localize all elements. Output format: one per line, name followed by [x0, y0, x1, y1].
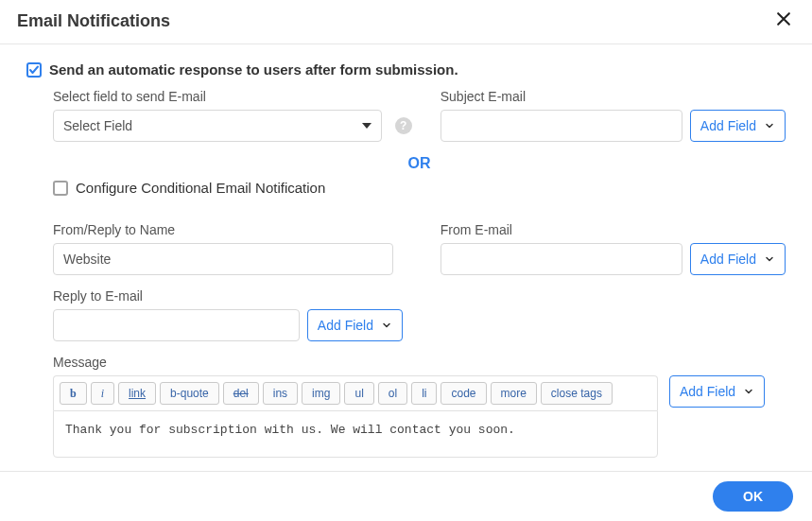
- from-name-col: From/Reply to Name: [53, 222, 412, 275]
- toolbar-ins[interactable]: ins: [263, 382, 298, 405]
- auto-response-checkbox[interactable]: [26, 62, 42, 78]
- editor-toolbar: b i link b-quote del ins img ul ol li co…: [53, 375, 658, 410]
- select-field-col: Select field to send E-mail Select Field…: [53, 89, 412, 142]
- auto-response-label: Send an automatic response to users afte…: [49, 61, 458, 78]
- toolbar-img[interactable]: img: [302, 382, 340, 405]
- select-field-dropdown[interactable]: Select Field: [53, 110, 382, 142]
- dialog-footer: OK: [0, 471, 812, 521]
- from-email-label: From E-mail: [441, 222, 786, 237]
- auto-response-row: Send an automatic response to users afte…: [26, 61, 786, 78]
- add-field-button-subject[interactable]: Add Field: [690, 110, 786, 142]
- subject-email-input[interactable]: [441, 110, 682, 142]
- conditional-row: Configure Conditional Email Notification: [53, 180, 786, 196]
- dialog-title: Email Notifications: [17, 11, 170, 31]
- chevron-down-icon: [362, 123, 371, 129]
- conditional-label: Configure Conditional Email Notification: [76, 180, 325, 196]
- message-label: Message: [53, 355, 786, 370]
- reply-email-label: Reply to E-mail: [53, 288, 786, 304]
- ok-button[interactable]: OK: [713, 481, 793, 512]
- close-icon[interactable]: [772, 9, 795, 32]
- subject-email-col: Subject E-mail Add Field: [441, 89, 786, 142]
- toolbar-ul[interactable]: ul: [344, 382, 373, 405]
- toolbar-ol[interactable]: ol: [378, 382, 407, 405]
- message-section: Message b i link b-quote del ins img ul …: [53, 355, 786, 458]
- form-section: Select field to send E-mail Select Field…: [26, 89, 786, 458]
- add-field-button-fromemail[interactable]: Add Field: [690, 243, 786, 275]
- add-field-button-reply[interactable]: Add Field: [307, 309, 403, 341]
- email-notifications-dialog: Email Notifications Send an automatic re…: [0, 0, 812, 521]
- toolbar-code[interactable]: code: [441, 382, 486, 405]
- reply-email-input[interactable]: [53, 309, 300, 341]
- toolbar-more[interactable]: more: [491, 382, 537, 405]
- toolbar-link[interactable]: link: [118, 382, 156, 405]
- from-email-input[interactable]: [441, 243, 682, 275]
- toolbar-bquote[interactable]: b-quote: [160, 382, 219, 405]
- toolbar-bold[interactable]: b: [60, 382, 87, 405]
- from-name-label: From/Reply to Name: [53, 222, 412, 237]
- add-field-button-message[interactable]: Add Field: [669, 375, 765, 408]
- message-editor[interactable]: Thank you for subscription with us. We w…: [53, 410, 658, 458]
- select-field-value: Select Field: [63, 118, 132, 133]
- conditional-checkbox[interactable]: [53, 181, 68, 196]
- dialog-body: Send an automatic response to users afte…: [0, 44, 812, 471]
- toolbar-del[interactable]: del: [223, 382, 259, 405]
- help-icon[interactable]: ?: [395, 117, 412, 134]
- dialog-header: Email Notifications: [0, 0, 812, 44]
- reply-email-col: Reply to E-mail Add Field: [53, 288, 786, 341]
- subject-email-label: Subject E-mail: [441, 89, 786, 104]
- or-divider: OR: [53, 155, 786, 172]
- from-email-col: From E-mail Add Field: [441, 222, 786, 275]
- toolbar-li[interactable]: li: [411, 382, 437, 405]
- select-field-label: Select field to send E-mail: [53, 89, 412, 104]
- from-name-input[interactable]: [53, 243, 393, 275]
- toolbar-italic[interactable]: i: [91, 382, 114, 405]
- toolbar-close-tags[interactable]: close tags: [541, 382, 613, 405]
